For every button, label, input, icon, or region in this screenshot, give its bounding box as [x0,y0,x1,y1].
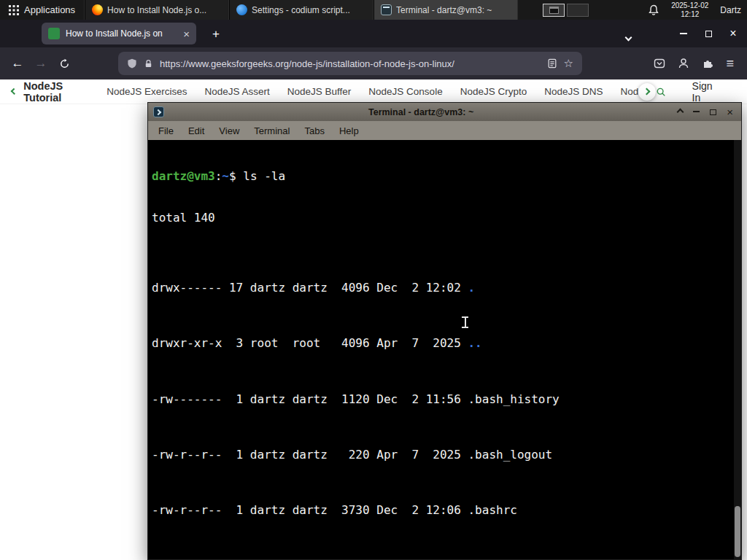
file-name: .bashrc [468,503,516,517]
nav-back-chevron-icon[interactable] [10,88,17,95]
menu-edit[interactable]: Edit [181,123,212,139]
terminal-listing: drwx------ 17 dartz dartz 4096 Dec 2 12:… [152,253,741,559]
applications-grid-icon [9,5,19,15]
listing-row: -rw-r--r-- 1 dartz dartz 220 Apr 7 2025 … [152,448,741,462]
prompt-symbol: $ [229,169,243,183]
terminal-scrollbar[interactable] [734,140,741,559]
applications-menu-button[interactable]: Applications [0,0,84,20]
terminal-title: Terminal - dartz@vm3: ~ [169,107,673,117]
workspace-2-button[interactable] [567,4,589,17]
site-nav-link[interactable]: NodeJS DNS [544,86,603,97]
file-name: .bash_history [468,392,559,406]
applications-label: Applications [24,4,75,15]
user-label: Dartz [720,5,741,15]
taskbar-window-title: Settings - codium script... [252,5,366,15]
reload-icon [59,58,70,69]
prompt-path: ~ [222,169,229,183]
screen: Applications How to Install Node.js o...… [0,0,747,560]
pocket-icon[interactable] [654,58,665,69]
total-line: total 140 [152,211,741,225]
file-attributes: -rw------- 1 dartz dartz 1120 Dec 2 11:5… [152,392,468,406]
terminal-scrollbar-thumb[interactable] [735,506,740,557]
back-button[interactable]: ← [6,52,29,75]
account-icon[interactable] [678,58,689,69]
taskbar-window-title: How to Install Node.js o... [107,5,222,15]
list-tabs-chevron-icon[interactable] [626,30,631,43]
workspace-1-button[interactable] [543,4,565,17]
browser-close-button[interactable]: × [728,28,738,39]
url-bar[interactable]: https://www.geeksforgeeks.org/node-js/in… [118,52,582,75]
file-name: .bash_logout [468,448,552,462]
forward-button[interactable]: → [29,52,53,75]
new-tab-button[interactable]: + [207,26,225,43]
terminal-window-controls: × [678,106,736,117]
panel-status-area: 2025-12-02 12:12 Dartz [648,1,747,18]
terminal-screen[interactable]: dartz@vm3:~$ ls -la total 140 drwx------… [148,140,741,559]
listing-row: -rw------- 1 dartz dartz 1120 Dec 2 11:5… [152,392,741,406]
site-nav-link[interactable]: NodeJS Crypto [460,86,527,97]
tab-bar: How to Install Node.js on × + × [0,20,747,47]
menu-tabs[interactable]: Tabs [297,123,331,139]
bookmark-star-icon[interactable]: ☆ [564,57,573,70]
prompt-separator: : [215,169,222,183]
menu-terminal[interactable]: Terminal [247,123,297,139]
menu-icon[interactable]: ≡ [726,56,734,71]
nav-next-chevron-icon [643,88,651,96]
terminal-maximize-button[interactable] [710,109,716,115]
file-name: . [468,281,475,295]
menu-view[interactable]: View [212,123,247,139]
extensions-icon[interactable] [702,58,713,69]
url-text: https://www.geeksforgeeks.org/node-js/in… [160,58,541,69]
taskbar: How to Install Node.js o... Settings - c… [85,0,518,20]
site-nav-link[interactable]: NodeJS Buffer [287,86,352,97]
reload-button[interactable] [53,52,76,75]
terminal-close-button[interactable]: × [727,106,733,117]
workspace-pager [543,4,589,17]
taskbar-window-button[interactable]: Settings - codium script... [229,0,374,20]
mouse-cursor [462,316,468,328]
browser-tab[interactable]: How to Install Node.js on × [42,23,196,44]
taskbar-window-button[interactable]: Terminal - dartz@vm3: ~ [374,0,518,20]
nav-next-button[interactable] [638,83,656,101]
browser-minimize-button[interactable] [678,28,689,39]
site-nav-link[interactable]: NodeJS Exercises [107,86,187,97]
terminal-titlebar[interactable]: Terminal - dartz@vm3: ~ × [148,103,741,121]
mini-window-icon [549,7,559,14]
shield-icon[interactable] [127,58,137,69]
firefox-icon [92,4,103,15]
taskbar-window-title: Terminal - dartz@vm3: ~ [396,5,511,15]
prompt-user-host: dartz@vm3 [152,169,215,183]
menu-help[interactable]: Help [332,123,366,139]
command-text: ls -la [243,169,285,183]
tab-close-icon[interactable]: × [183,28,190,40]
terminal-shade-button[interactable] [677,109,684,116]
listing-row: drwx------ 17 dartz dartz 4096 Dec 2 12:… [152,281,741,295]
clock: 2025-12-02 12:12 [671,1,708,18]
menu-file[interactable]: File [151,123,181,139]
browser-window-controls: × [678,20,747,47]
taskbar-window-button[interactable]: How to Install Node.js o... [85,0,229,20]
notifications-bell-icon[interactable] [648,4,659,16]
terminal-minimize-button[interactable] [693,111,700,112]
clock-date: 2025-12-02 [671,1,708,10]
tab-title: How to Install Node.js on [66,28,177,39]
terminal-icon [381,4,392,15]
site-nav-link[interactable]: NodeJS Assert [204,86,269,97]
site-favicon-icon [48,28,60,39]
reader-mode-icon[interactable] [547,58,557,69]
prompt-line: dartz@vm3:~$ ls -la [152,169,741,183]
listing-row: drwxr-xr-x 3 root root 4096 Apr 7 2025 .… [152,336,741,350]
search-icon[interactable] [656,85,666,98]
terminal-window-icon [153,106,164,117]
site-nav-bar: NodeJS Tutorial NodeJS Exercises NodeJS … [0,79,747,104]
settings-icon [236,4,247,15]
site-nav-link[interactable]: NodeJS Console [368,86,442,97]
file-name: .. [468,336,481,350]
sign-in-button[interactable]: Sign In [692,80,716,104]
browser-maximize-button[interactable] [703,28,713,39]
lock-icon[interactable] [144,59,153,69]
file-attributes: drwx------ 17 dartz dartz 4096 Dec 2 12:… [152,281,468,295]
file-attributes: -rw-r--r-- 1 dartz dartz 220 Apr 7 2025 [152,448,468,462]
site-nav-title[interactable]: NodeJS Tutorial [23,80,92,104]
terminal-menubar: File Edit View Terminal Tabs Help [148,121,741,140]
